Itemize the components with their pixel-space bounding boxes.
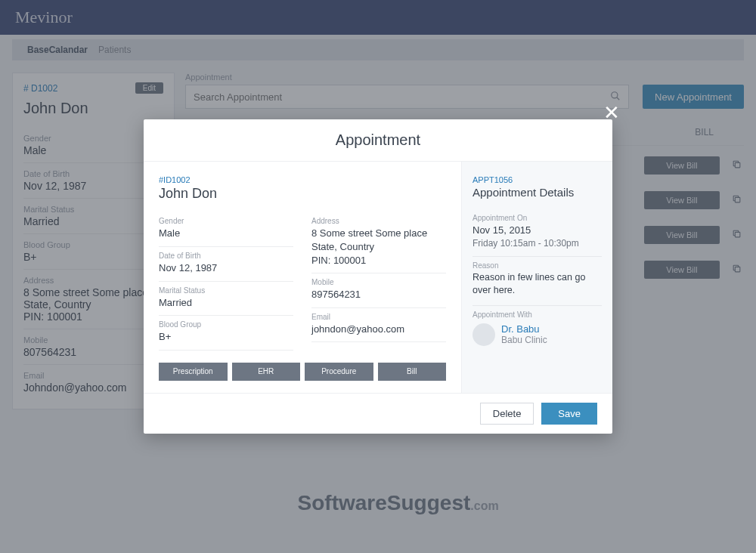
doctor-name[interactable]: Dr. Babu bbox=[501, 323, 547, 335]
reason-text: Reason in few lines can go over here. bbox=[472, 271, 602, 298]
modal-patient-id[interactable]: #ID1002 bbox=[159, 175, 446, 184]
tab-procedure[interactable]: Procedure bbox=[305, 363, 373, 381]
field-label: Blood Group bbox=[159, 320, 293, 329]
appointment-with-label: Appointment With bbox=[472, 310, 602, 319]
reason-label: Reason bbox=[472, 261, 602, 270]
modal-right: APPT1056 Appointment Details Appointment… bbox=[461, 162, 612, 392]
modal-patient-name: John Don bbox=[159, 186, 446, 202]
tab-prescription[interactable]: Prescription bbox=[159, 363, 228, 381]
field-label: Email bbox=[311, 313, 446, 321]
field-value: Nov 12, 1987 bbox=[159, 261, 293, 275]
appointment-modal: ✕ Appointment #ID1002 John Don GenderMal… bbox=[144, 119, 612, 433]
appointment-details-title: Appointment Details bbox=[472, 186, 602, 199]
field-value: 897564231 bbox=[311, 288, 446, 301]
modal-field: Marital StatusMarried bbox=[159, 282, 293, 317]
field-value: Male bbox=[159, 227, 293, 240]
field-value: Married bbox=[159, 296, 293, 310]
modal-left: #ID1002 John Don GenderMaleDate of Birth… bbox=[144, 162, 461, 392]
tab-ehr[interactable]: EHR bbox=[232, 363, 301, 381]
field-label: Gender bbox=[159, 217, 293, 225]
field-label: Address bbox=[311, 217, 446, 225]
tab-bill[interactable]: Bill bbox=[378, 363, 447, 381]
field-value: B+ bbox=[159, 330, 293, 344]
field-value: johndon@yahoo.com bbox=[311, 323, 446, 336]
appointment-id[interactable]: APPT1056 bbox=[472, 175, 602, 184]
modal-title: Appointment bbox=[144, 119, 612, 162]
field-label: Marital Status bbox=[159, 286, 293, 295]
modal-footer: Delete Save bbox=[144, 393, 612, 434]
avatar bbox=[472, 323, 495, 346]
appointment-date: Nov 15, 2015 bbox=[472, 224, 602, 237]
modal-field: GenderMale bbox=[159, 212, 293, 247]
modal-field: Blood GroupB+ bbox=[159, 316, 293, 351]
appointment-time: Friday 10:15am - 10:30pm bbox=[472, 238, 602, 249]
modal-overlay[interactable]: ✕ Appointment #ID1002 John Don GenderMal… bbox=[0, 0, 756, 553]
field-label: Mobile bbox=[311, 278, 446, 286]
appointment-on-label: Appointment On bbox=[472, 214, 602, 222]
modal-field: Mobile897564231 bbox=[311, 273, 446, 308]
modal-field: Emailjohndon@yahoo.com bbox=[311, 308, 446, 343]
modal-field: Date of BirthNov 12, 1987 bbox=[159, 247, 293, 282]
field-value: 8 Some street Some place State, Country … bbox=[311, 227, 446, 267]
field-label: Date of Birth bbox=[159, 252, 293, 260]
clinic-name: Babu Clinic bbox=[501, 335, 547, 345]
delete-button[interactable]: Delete bbox=[480, 403, 534, 425]
close-icon[interactable]: ✕ bbox=[603, 101, 620, 125]
modal-field: Address8 Some street Some place State, C… bbox=[311, 212, 446, 273]
save-button[interactable]: Save bbox=[541, 403, 597, 425]
